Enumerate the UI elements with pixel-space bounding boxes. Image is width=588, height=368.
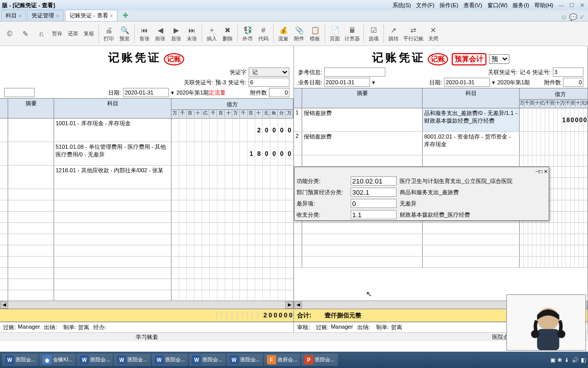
menu-view[interactable]: 查看(V): [463, 2, 482, 9]
toolbar-打印[interactable]: 🖨打印: [101, 24, 116, 43]
pin-icon[interactable]: ⊣□: [535, 169, 543, 174]
table-row[interactable]: [294, 223, 587, 234]
table-row[interactable]: [0, 279, 293, 290]
table-row[interactable]: [0, 268, 293, 279]
dropdown-icon[interactable]: ▾: [171, 89, 174, 96]
table-row[interactable]: [294, 155, 587, 167]
scroll-left-icon[interactable]: ◀: [294, 302, 302, 309]
dropdown-icon[interactable]: ▾: [492, 79, 495, 86]
toolbar-⎌[interactable]: ⎌: [34, 28, 49, 40]
tray-icon[interactable]: ◧: [581, 357, 586, 363]
table-row[interactable]: [0, 245, 293, 257]
taskbar-item[interactable]: F政府会...: [264, 354, 300, 366]
tray-icon[interactable]: ❀: [557, 357, 562, 363]
dropdown-icon[interactable]: ▾: [372, 79, 375, 86]
menu-service[interactable]: 服务(I): [512, 2, 529, 9]
menu-system[interactable]: 系统(S): [393, 2, 411, 9]
menu-help[interactable]: 帮助(H): [534, 2, 553, 9]
toolbar-模板[interactable]: 📋模板: [307, 24, 323, 43]
taskbar-item[interactable]: ◉金蝶KI...: [39, 354, 76, 366]
toolbar-后张[interactable]: ▶后张: [168, 24, 184, 43]
toolbar-附件[interactable]: 📎附件: [291, 24, 307, 43]
table-row[interactable]: 1218.01 - 其他应收款 - 内部往来/002 - 张某: [0, 166, 293, 189]
tab-voucher-view[interactable]: 记账凭证 - 查看×: [65, 10, 117, 21]
max-icon[interactable]: ☐: [568, 2, 576, 9]
table-row[interactable]: [0, 257, 293, 268]
tray-icon[interactable]: ▣: [550, 357, 555, 363]
table-row[interactable]: 1报销差旅费品和服务支出_差旅费/0 - 无差异/1.1 - 财政基本拨款经费_…: [294, 108, 587, 132]
ref-input[interactable]: [324, 67, 385, 77]
date-input[interactable]: [444, 78, 490, 87]
table-row[interactable]: 2报销差旅费8001.02.01 - 资金结存 - 货币资金 - 库存现金: [294, 132, 587, 155]
popup-input[interactable]: [351, 199, 397, 208]
menu-window[interactable]: 窗口(W): [487, 2, 508, 9]
popup-input[interactable]: [351, 176, 397, 186]
taskbar-item[interactable]: W医院会...: [2, 354, 38, 366]
taskbar-item[interactable]: W医院会...: [114, 354, 150, 366]
toolbar-代码[interactable]: #代码: [256, 24, 271, 43]
table-row[interactable]: [0, 290, 293, 301]
toolbar-复核[interactable]: 复核: [81, 29, 96, 38]
toolbar-首张[interactable]: ⏮首张: [137, 24, 152, 43]
toolbar-©[interactable]: ©: [2, 28, 17, 40]
close-icon[interactable]: ×: [110, 13, 113, 19]
close-icon[interactable]: ×: [56, 13, 59, 19]
toolbar-暂存[interactable]: 暂存: [50, 29, 65, 38]
toolbar-页面[interactable]: 📄页面: [327, 24, 342, 43]
table-row[interactable]: [294, 245, 587, 257]
toolbar-计算器[interactable]: 🖩计算器: [343, 24, 361, 43]
att-input[interactable]: [269, 88, 289, 97]
scroll-right-icon[interactable]: ▶: [285, 302, 293, 309]
toolbar-删除[interactable]: ✖删除: [220, 24, 235, 43]
table-row[interactable]: [294, 257, 587, 268]
h-scrollbar[interactable]: ◀▶: [0, 301, 293, 309]
check-icon[interactable]: ✓: [579, 13, 585, 21]
word-select[interactable]: 记: [249, 67, 289, 77]
menu-operate[interactable]: 操作(E): [439, 2, 458, 9]
toolbar-插入[interactable]: ＋插入: [204, 24, 219, 43]
tab-voucher-mgmt[interactable]: 凭证管理×: [27, 10, 63, 21]
taskbar-item[interactable]: W医院会...: [77, 354, 113, 366]
table-row[interactable]: [294, 234, 587, 245]
table-row[interactable]: [0, 189, 293, 200]
min-icon[interactable]: —: [557, 2, 566, 9]
close-icon[interactable]: ✕: [544, 169, 548, 174]
toolbar-前张[interactable]: ◀前张: [153, 24, 168, 43]
chat-icon[interactable]: 💬: [569, 13, 577, 21]
toolbar-跳转[interactable]: ↗跳转: [386, 24, 401, 43]
tray-icon[interactable]: 🔊: [572, 357, 579, 363]
table-row[interactable]: [0, 200, 293, 212]
close-icon[interactable]: ✕: [578, 2, 586, 9]
toolbar-✎[interactable]: ✎: [18, 28, 33, 40]
word-select[interactable]: 预: [489, 54, 509, 64]
toolbar-平行记账[interactable]: ⇄平行记账: [402, 24, 425, 43]
toolbar-流量[interactable]: 💰流量: [276, 24, 291, 43]
scroll-left-icon[interactable]: ◀: [0, 302, 8, 309]
close-icon[interactable]: ×: [18, 13, 21, 19]
table-row[interactable]: 5101.01.08 - 单位管理费用 - 医疗费用 - 其他医疗费用/0 - …: [0, 142, 293, 166]
taskbar-item[interactable]: W医院会...: [152, 354, 188, 366]
toolbar-预览[interactable]: 🔍预览: [117, 24, 132, 43]
toolbar-关闭[interactable]: ✕关闭: [426, 24, 441, 43]
popup-input[interactable]: [351, 210, 397, 219]
date-input[interactable]: [123, 88, 169, 97]
tray-icon[interactable]: 🌡: [564, 357, 570, 363]
att-input[interactable]: [563, 78, 583, 87]
menu-file[interactable]: 文件(F): [416, 2, 434, 9]
blank-input[interactable]: [4, 88, 35, 97]
biz-date-input[interactable]: [324, 78, 370, 87]
tab-subject[interactable]: 科目×: [1, 10, 26, 21]
num-input[interactable]: [553, 67, 583, 77]
table-row[interactable]: [0, 212, 293, 223]
popup-input[interactable]: [351, 188, 397, 197]
toolbar-外币[interactable]: 💱外币: [240, 24, 255, 43]
toolbar-选项[interactable]: ☑选项: [366, 24, 381, 43]
table-row[interactable]: 1001.01 - 库存现金 - 库存现金20000: [0, 119, 293, 142]
tab-add[interactable]: ✚: [118, 10, 133, 21]
table-row[interactable]: [0, 234, 293, 245]
toolbar-末张[interactable]: ⏭末张: [184, 24, 200, 43]
taskbar-item[interactable]: W医院会...: [227, 354, 263, 366]
smiley-icon[interactable]: ☺: [560, 13, 567, 21]
num-input[interactable]: [249, 78, 289, 87]
taskbar-item[interactable]: W医院会...: [189, 354, 225, 366]
